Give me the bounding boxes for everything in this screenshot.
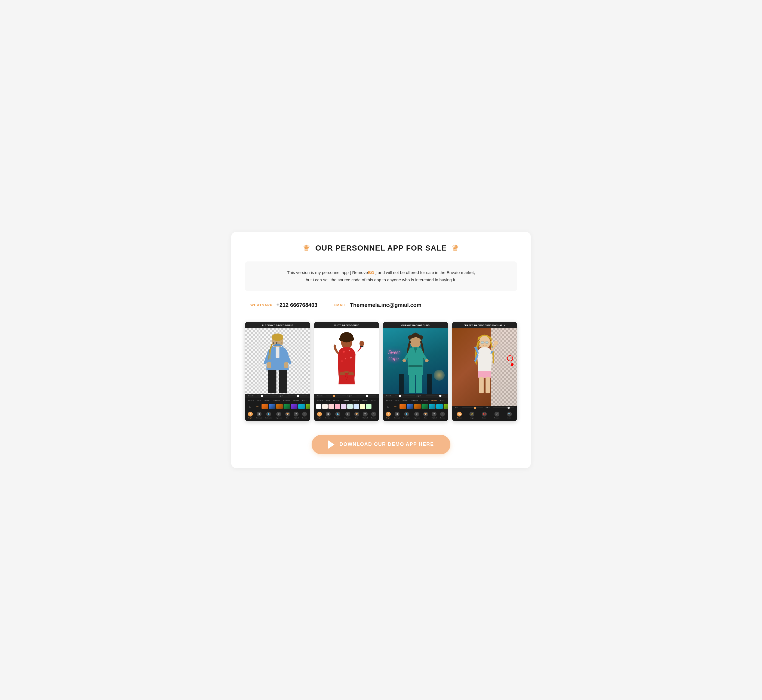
- slider-bar-1[interactable]: Smooth Adjust: [245, 394, 310, 398]
- thumb-garden-1[interactable]: [291, 404, 297, 409]
- slider-track-4[interactable]: [357, 395, 376, 396]
- tool-exposure-3[interactable]: ⊕ Exposure: [413, 412, 419, 419]
- cat-garden-1[interactable]: GARDEN: [283, 399, 291, 402]
- cat-beach-3[interactable]: BEACH: [386, 399, 393, 402]
- cat-forest-1[interactable]: FOREST: [273, 399, 280, 402]
- tool-restore-4[interactable]: ↺ Restore: [494, 412, 499, 419]
- cat-city-1[interactable]: CITY: [257, 399, 261, 402]
- tool-original-2[interactable]: ↺ Original: [363, 412, 368, 419]
- tool-exposure-1[interactable]: ⊕ Exposure: [275, 412, 282, 419]
- tool-eraser-4[interactable]: ⌫ Eraser: [457, 412, 462, 419]
- thumb-spiral-3[interactable]: [436, 404, 443, 409]
- tool-current-2[interactable]: ✓ Current: [371, 412, 376, 419]
- svg-point-19: [359, 341, 364, 346]
- slider-thumb-2[interactable]: [297, 395, 299, 397]
- slider-track-1[interactable]: [257, 395, 277, 396]
- slider-thumb-5[interactable]: [399, 395, 401, 397]
- tool-original-1[interactable]: ↺ Original: [294, 412, 299, 419]
- thumb-gate-1[interactable]: [306, 404, 310, 409]
- swatch-sky[interactable]: [354, 404, 359, 409]
- cat-garden-2[interactable]: GARDEN: [351, 399, 360, 402]
- slider-track-5[interactable]: [395, 395, 415, 396]
- slider-bar-2[interactable]: Smooth Adjust: [315, 394, 379, 398]
- swatch-pink-light[interactable]: [329, 404, 334, 409]
- cat-color-2[interactable]: COLOR: [343, 399, 349, 402]
- thumb-gate-3[interactable]: [444, 404, 448, 409]
- thumb-desert-3[interactable]: [414, 404, 421, 409]
- slider-thumb-3[interactable]: [333, 395, 335, 397]
- cat-beach-2[interactable]: BEACH: [317, 399, 324, 402]
- tool-saturation-1[interactable]: 💧 Saturation: [265, 412, 272, 419]
- cat-desert-1[interactable]: DESERT: [263, 399, 271, 402]
- slider-thumb-6[interactable]: [439, 395, 441, 397]
- tool-contrast-1[interactable]: ◑ Contrast: [257, 412, 262, 419]
- thumb-beach-3[interactable]: [399, 404, 406, 409]
- slider-bar-3[interactable]: Smooth Adjust: [383, 394, 448, 398]
- swatch-mint[interactable]: [347, 404, 353, 409]
- offset-track[interactable]: [493, 408, 514, 408]
- cat-city-3[interactable]: CITY: [394, 399, 399, 402]
- slider-track-6[interactable]: [426, 395, 445, 396]
- slider-track-2[interactable]: [288, 395, 307, 396]
- swatch-lavender[interactable]: [341, 404, 346, 409]
- swatch-green-light[interactable]: [366, 404, 371, 409]
- thumb-brush-1[interactable]: ✏: [254, 404, 261, 409]
- thumb-forest-3[interactable]: [422, 404, 428, 409]
- cat-desert-2[interactable]: DESERT: [333, 399, 340, 402]
- cat-gate-1[interactable]: GATE: [302, 399, 307, 402]
- thumb-brush-3[interactable]: ✏: [392, 404, 399, 409]
- original-icon-2: ↺: [363, 412, 368, 417]
- svg-point-24: [425, 359, 429, 362]
- tool-bright-2[interactable]: ☀ Bright: [317, 412, 322, 419]
- cat-spiral-2[interactable]: SPIRAL: [361, 399, 368, 402]
- original-icon-1: ↺: [294, 412, 299, 417]
- thumb-select-3[interactable]: ◻: [385, 404, 391, 409]
- cat-beach-1[interactable]: BEACH: [248, 399, 255, 402]
- tool-current-3[interactable]: ✓ Current: [440, 412, 445, 419]
- thumb-beach-1[interactable]: [261, 404, 268, 409]
- tool-hue-3[interactable]: 🎨 Hue: [423, 412, 428, 419]
- cat-city-2[interactable]: CITY: [326, 399, 331, 402]
- tool-saturation-3[interactable]: 💧 Saturation: [403, 412, 410, 419]
- tool-saturation-2[interactable]: 💧 Saturation: [334, 412, 341, 419]
- tool-hue-2[interactable]: 🎨 Hue: [354, 412, 359, 419]
- slider-thumb-1[interactable]: [261, 395, 263, 397]
- tool-lasso-4[interactable]: ⭕ Lasso: [482, 412, 487, 419]
- cat-desert-3[interactable]: DESERT: [401, 399, 409, 402]
- slider-track-3[interactable]: [326, 395, 346, 396]
- tool-exposure-2[interactable]: ⊕ Exposure: [344, 412, 351, 419]
- swatch-yellow[interactable]: [360, 404, 365, 409]
- tool-bright-1[interactable]: ☀ Bright: [248, 412, 253, 419]
- tool-contrast-2[interactable]: ◑ Contrast: [325, 412, 331, 419]
- tool-hue-1[interactable]: 🎨 Hue: [285, 412, 290, 419]
- tool-original-3[interactable]: ↺ Original: [432, 412, 437, 419]
- thumb-select-1[interactable]: ◻: [247, 404, 253, 409]
- tool-zoom-4[interactable]: 🔍 Zoom: [507, 412, 512, 419]
- cat-forest-3[interactable]: FOREST: [411, 399, 419, 402]
- cat-spiral-1[interactable]: SPIRAL: [293, 399, 300, 402]
- thumb-desert-1[interactable]: [276, 404, 283, 409]
- offset-thumb[interactable]: [507, 407, 510, 409]
- tool-current-1[interactable]: ✓ Current: [302, 412, 307, 419]
- download-button[interactable]: DOWNLOAD OUR DEMO APP HERE: [311, 435, 450, 454]
- swatch-white[interactable]: [316, 404, 321, 409]
- tool-magic-4[interactable]: ✨ Magic: [469, 412, 474, 419]
- thumb-garden-3[interactable]: [429, 404, 435, 409]
- cat-gate-3[interactable]: GATE: [440, 399, 445, 402]
- zoom-label-4: Zoom: [507, 417, 512, 419]
- swatch-cream[interactable]: [322, 404, 328, 409]
- size-thumb[interactable]: [474, 407, 476, 409]
- thumb-forest-1[interactable]: [283, 404, 290, 409]
- size-offset-bar[interactable]: Size Offset: [452, 406, 517, 410]
- thumb-city-1[interactable]: [269, 404, 275, 409]
- thumb-city-3[interactable]: [407, 404, 413, 409]
- cat-gate-2[interactable]: GATE: [371, 399, 376, 402]
- slider-thumb-4[interactable]: [366, 395, 368, 397]
- cat-spiral-3[interactable]: SPIRAL: [431, 399, 438, 402]
- thumb-spiral-1[interactable]: [298, 404, 305, 409]
- swatch-pink[interactable]: [335, 404, 340, 409]
- cat-garden-3[interactable]: GARDEN: [421, 399, 429, 402]
- size-track[interactable]: [462, 408, 483, 408]
- tool-bright-3[interactable]: ☀ Bright: [386, 412, 391, 419]
- tool-contrast-3[interactable]: ◑ Contrast: [394, 412, 400, 419]
